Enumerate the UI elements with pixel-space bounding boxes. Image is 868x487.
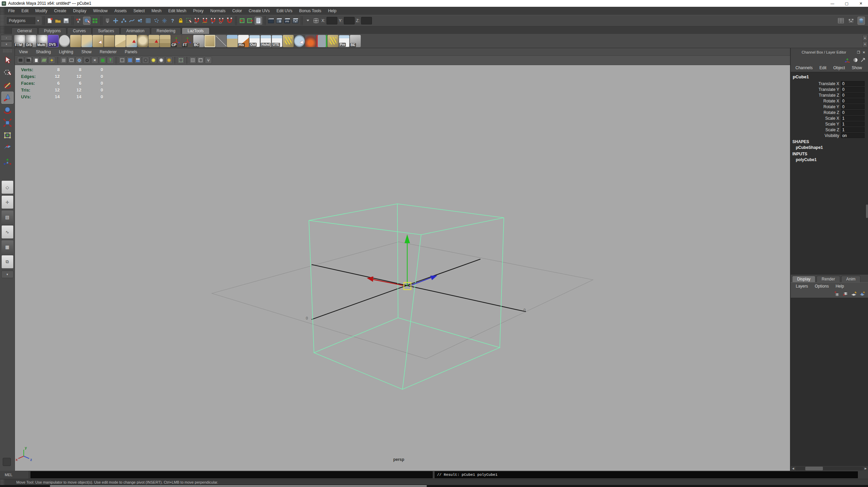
rotate-tool-button[interactable]	[1, 104, 14, 116]
camera-attributes-icon[interactable]	[25, 57, 32, 64]
panel-menu-panels[interactable]: Panels	[121, 49, 141, 55]
lock-selection-button[interactable]	[177, 17, 184, 25]
options-menu[interactable]: Options	[812, 283, 832, 289]
snap-to-plane-button[interactable]	[218, 17, 225, 25]
shelf-tab-rendering[interactable]: Rendering	[151, 27, 181, 34]
hscroll-thumb[interactable]	[805, 467, 823, 470]
layer-tab-render[interactable]: Render	[816, 276, 840, 282]
toggle-channel-box-button[interactable]	[837, 17, 845, 25]
layout-single-pane-button[interactable]: ◇	[1, 180, 14, 194]
divider[interactable]	[235, 16, 237, 25]
shelf-item-plane-blue[interactable]	[81, 35, 92, 47]
snap-to-grid-button[interactable]	[193, 17, 201, 25]
isolate-select-icon[interactable]	[60, 57, 67, 64]
camera-name-label[interactable]: persp	[382, 457, 416, 462]
select-handles-mask-button[interactable]	[112, 17, 119, 25]
shelf-scroll-up[interactable]: ▲	[863, 35, 867, 41]
safe-title-icon[interactable]: T	[107, 57, 114, 64]
layout-hypershade-persp-button[interactable]: ▦	[1, 240, 14, 254]
open-scene-button[interactable]	[54, 17, 62, 25]
xray-display-icon[interactable]	[189, 57, 196, 64]
menu-bonus-tools[interactable]: Bonus Tools	[296, 7, 324, 14]
command-input[interactable]	[31, 471, 433, 478]
maximize-button[interactable]: ▢	[840, 0, 854, 7]
universal-manipulator-tool-button[interactable]	[1, 129, 14, 141]
shelf-item-ftm[interactable]: FTM	[14, 35, 25, 47]
wireframe-display-icon[interactable]	[119, 57, 126, 64]
coord-mode-dropdown-icon[interactable]	[304, 17, 312, 25]
move-tool-button[interactable]	[1, 92, 14, 104]
new-empty-layer-icon[interactable]	[851, 291, 857, 296]
textured-display-icon[interactable]	[134, 57, 141, 64]
help-line-grip[interactable]	[0, 479, 4, 485]
menu-select[interactable]: Select	[130, 7, 148, 14]
panel-menu-show[interactable]: Show	[77, 49, 96, 55]
shelf-item-road2[interactable]	[328, 35, 338, 47]
input-node-polycube1[interactable]: polyCube1	[791, 157, 868, 163]
toolbox-grip[interactable]	[3, 49, 12, 53]
shelf-item-pick[interactable]	[216, 35, 226, 47]
shelf-tab-polygons[interactable]: Polygons	[38, 27, 66, 34]
shelf-item-ute[interactable]: UTE	[272, 35, 282, 47]
menu-edit-uvs[interactable]: Edit UVs	[273, 7, 296, 14]
y-input[interactable]	[344, 17, 355, 24]
menu-normals[interactable]: Normals	[207, 7, 229, 14]
shelf-item-dvs[interactable]: DVS	[48, 35, 59, 47]
light-yellow-icon[interactable]	[150, 57, 157, 64]
menu-display[interactable]: Display	[70, 7, 90, 14]
shelf-item-volcano[interactable]	[305, 35, 316, 47]
channels-menu[interactable]: Channels	[793, 65, 815, 71]
shelf-item-road[interactable]	[283, 35, 294, 47]
collapse-selection-masks-button[interactable]	[104, 17, 111, 25]
close-panel-icon[interactable]: ✕	[861, 50, 867, 55]
select-rendering-mask-button[interactable]	[161, 17, 168, 25]
new-scene-button[interactable]	[46, 17, 54, 25]
panel-menu-lighting[interactable]: Lighting	[55, 49, 77, 55]
menu-grip[interactable]	[0, 7, 4, 15]
shelf-item-ds[interactable]: D/S	[25, 35, 36, 47]
select-surfaces-mask-button[interactable]	[136, 17, 144, 25]
shelf-item-double-plane[interactable]	[115, 35, 126, 47]
select-by-hierarchy-button[interactable]	[75, 17, 82, 25]
selected-object-name[interactable]: pCube1	[791, 74, 868, 81]
status-grip[interactable]	[0, 15, 4, 26]
output-connection-button[interactable]	[246, 17, 254, 25]
save-scene-button[interactable]	[62, 17, 70, 25]
menu-help[interactable]: Help	[324, 7, 340, 14]
taskbar-sliver-bar[interactable]	[50, 485, 427, 487]
light-gold-icon[interactable]	[165, 57, 173, 64]
select-tool-button[interactable]	[1, 54, 14, 66]
divider[interactable]	[100, 16, 102, 25]
shelf-item-pre[interactable]: Pre	[339, 35, 350, 47]
command-language-button[interactable]: MEL	[0, 471, 29, 479]
shelf-item-pieces-extract[interactable]	[126, 35, 137, 47]
shape-node-pcubeshape1[interactable]: pCubeShape1	[791, 144, 868, 151]
xray-joints-icon[interactable]: ⑂	[205, 57, 212, 64]
xray-active-icon[interactable]	[197, 57, 204, 64]
shaded-display-icon[interactable]	[126, 57, 134, 64]
shelf-item-wrap-sphere[interactable]	[137, 35, 148, 47]
highlight-selection-button[interactable]	[185, 17, 193, 25]
command-result-field[interactable]: // Result: pCube1 polyCube1	[435, 471, 858, 478]
shelf-item-box-top[interactable]	[227, 35, 238, 47]
shelf-tab-curves[interactable]: Curves	[67, 27, 92, 34]
two-d-pan-zoom-icon[interactable]: ✦	[48, 57, 55, 64]
menu-proxy[interactable]: Proxy	[190, 7, 207, 14]
shelf-item-barrel-reduce[interactable]	[149, 35, 159, 47]
divider[interactable]	[71, 16, 74, 25]
absolute-relative-toggle[interactable]	[312, 17, 320, 25]
shelf-item-multi[interactable]: Multi	[37, 35, 47, 47]
channel-box-header[interactable]: Channel Box / Layer Editor ❐ ✕	[791, 48, 868, 56]
shelf-grip[interactable]	[0, 26, 4, 34]
shelf-item-measure[interactable]	[316, 35, 327, 47]
manip-mode-icon[interactable]	[844, 57, 850, 63]
shelf-item-hshd[interactable]: Hshd	[260, 35, 271, 47]
hscroll-left-icon[interactable]: ◀	[791, 467, 795, 470]
manip-y-arrowhead[interactable]	[405, 234, 410, 243]
shelf-item-plane-select[interactable]	[93, 35, 103, 47]
menu-edit[interactable]: Edit	[18, 7, 32, 14]
shelf-tab-animation[interactable]: Animation	[120, 27, 150, 34]
shelf-menu-button[interactable]: ▼	[1, 41, 12, 47]
render-current-frame-button[interactable]	[267, 17, 275, 25]
panel-menu-view[interactable]: View	[15, 49, 32, 55]
